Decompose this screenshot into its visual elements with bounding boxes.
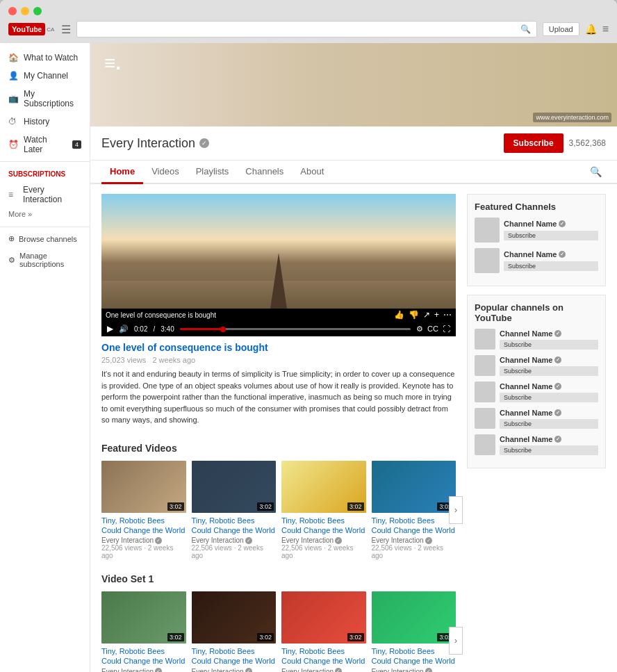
video-card-title-3[interactable]: Tiny, Robotic Bees Could Change the Worl… xyxy=(281,516,366,536)
video-card-title-2[interactable]: Tiny, Robotic Bees Could Change the Worl… xyxy=(192,516,277,536)
pop-thumb-5 xyxy=(475,434,495,455)
minimize-button[interactable] xyxy=(21,7,29,15)
video-card-meta-2: 22,506 views · 2 weeks ago xyxy=(192,544,277,559)
video-player-inner: One level of consequence is bought 👍 👎 ↗… xyxy=(101,194,456,336)
set1-next-button[interactable]: › xyxy=(449,627,463,655)
popular-channel-1: Channel Name ✓ Subscribe xyxy=(475,329,598,350)
sidebar-item-every-interaction[interactable]: ≡ Every Interaction xyxy=(0,181,90,208)
video-card-title-4[interactable]: Tiny, Robotic Bees Could Change the Worl… xyxy=(372,516,456,536)
video-card-1[interactable]: 3:02 Tiny, Robotic Bees Could Change the… xyxy=(101,461,186,560)
pop-subscribe-1[interactable]: Subscribe xyxy=(500,340,598,350)
dislike-icon[interactable]: 👎 xyxy=(409,310,419,320)
pop-name-5: Channel Name ✓ xyxy=(500,435,598,443)
video-set1-card-3[interactable]: 3:02 Tiny, Robotic Bees Could Change the… xyxy=(281,591,366,672)
volume-icon[interactable]: 🔊 xyxy=(119,325,129,334)
nav-tab-playlists[interactable]: Playlists xyxy=(188,161,238,184)
youtube-logo-icon: YouTube xyxy=(8,23,45,35)
upload-button[interactable]: Upload xyxy=(543,22,579,36)
fullscreen-icon[interactable]: ⛶ xyxy=(443,325,450,333)
maximize-button[interactable] xyxy=(33,7,42,15)
video-title-bar-text: One level of consequence is bought xyxy=(106,311,216,319)
video-thumb-3: 3:02 xyxy=(281,461,366,513)
channel-banner-logo: ≡. xyxy=(104,54,121,73)
video-set1-channel-3: Every Interaction ✓ xyxy=(281,668,366,672)
nav-tab-videos[interactable]: Videos xyxy=(143,161,188,184)
video-thumb-4: 3:02 xyxy=(372,461,456,513)
video-set1-title-2[interactable]: Tiny, Robotic Bees Could Change the Worl… xyxy=(192,646,277,666)
nav-tab-about[interactable]: About xyxy=(292,161,332,184)
cc-icon[interactable]: CC xyxy=(427,325,438,333)
sidebar-item-watch-later[interactable]: ⏰ Watch Later 4 xyxy=(0,131,90,158)
video-set1-title-3[interactable]: Tiny, Robotic Bees Could Change the Worl… xyxy=(281,646,366,666)
save-icon[interactable]: + xyxy=(434,310,439,320)
close-button[interactable] xyxy=(8,7,17,15)
subscribe-button[interactable]: Subscribe xyxy=(504,133,563,153)
video-set1-card-4[interactable]: 3:02 Tiny, Robotic Bees Could Change the… xyxy=(372,591,456,672)
pop-thumb-1 xyxy=(475,329,495,350)
pop-subscribe-3[interactable]: Subscribe xyxy=(500,393,598,402)
main-video-section: One level of consequence is bought 👍 👎 ↗… xyxy=(101,194,456,672)
featured-video-title[interactable]: One level of consequence is bought xyxy=(101,342,268,353)
video-card-title-1[interactable]: Tiny, Robotic Bees Could Change the Worl… xyxy=(101,516,186,536)
pop-verified-4: ✓ xyxy=(554,409,561,416)
video-card-3[interactable]: 3:02 Tiny, Robotic Bees Could Change the… xyxy=(281,461,366,560)
video-set1-title-1[interactable]: Tiny, Robotic Bees Could Change the Worl… xyxy=(101,646,186,666)
sidebar-item-subscriptions[interactable]: 📺 My Subscriptions xyxy=(0,85,90,113)
set1-verified-4: ✓ xyxy=(425,668,432,672)
banner-url-text: www.everyinteraction.com xyxy=(536,114,609,121)
play-button[interactable]: ▶ xyxy=(107,324,113,334)
channel-search-icon[interactable]: 🔍 xyxy=(586,162,606,181)
account-icon[interactable]: ≡ xyxy=(602,23,609,35)
pop-verified-2: ✓ xyxy=(554,357,561,363)
subscribe-section: Subscribe 3,562,368 xyxy=(504,133,606,153)
sidebar-more-button[interactable]: More » xyxy=(0,208,90,224)
verified-icon-1: ✓ xyxy=(155,537,162,544)
featured-channel-thumb-1 xyxy=(475,218,500,243)
video-card-meta-3: 22,506 views · 2 weeks ago xyxy=(281,544,366,559)
sidebar-item-history[interactable]: ⏱ History xyxy=(0,113,90,131)
pop-subscribe-4[interactable]: Subscribe xyxy=(500,419,598,429)
window-controls xyxy=(8,7,609,15)
video-thumbnail-main[interactable] xyxy=(101,194,456,309)
more-icon[interactable]: ⋯ xyxy=(443,310,452,320)
video-set1-title-4[interactable]: Tiny, Robotic Bees Could Change the Worl… xyxy=(372,646,456,666)
pop-info-4: Channel Name ✓ Subscribe xyxy=(500,409,598,429)
video-set1-duration-1: 3:02 xyxy=(167,633,184,641)
nav-tab-home[interactable]: Home xyxy=(101,161,143,184)
video-set1-card-2[interactable]: 3:02 Tiny, Robotic Bees Could Change the… xyxy=(192,591,277,672)
featured-next-button[interactable]: › xyxy=(449,496,463,524)
pop-subscribe-5[interactable]: Subscribe xyxy=(500,445,598,455)
subscriptions-section-title: SUBSCRIPTIONS xyxy=(0,165,90,181)
share-icon[interactable]: ↗ xyxy=(423,310,430,320)
featured-channels-title: Featured Channels xyxy=(475,202,598,212)
pop-verified-1: ✓ xyxy=(554,330,561,337)
hamburger-icon[interactable]: ☰ xyxy=(61,23,71,36)
sidebar-manage-subscriptions[interactable]: ⚙ Manage subscriptions xyxy=(0,247,90,272)
search-icon[interactable]: 🔍 xyxy=(520,24,531,34)
video-set1-card-1[interactable]: 3:02 Tiny, Robotic Bees Could Change the… xyxy=(101,591,186,672)
channel-banner-url: www.everyinteraction.com xyxy=(533,113,611,122)
settings-icon[interactable]: ⚙ xyxy=(416,325,423,334)
video-card-4[interactable]: 3:02 Tiny, Robotic Bees Could Change the… xyxy=(372,461,456,560)
video-set1-info-3: Tiny, Robotic Bees Could Change the Worl… xyxy=(281,646,366,672)
video-card-2[interactable]: 3:02 Tiny, Robotic Bees Could Change the… xyxy=(192,461,277,560)
featured-subscribe-1[interactable]: Subscribe xyxy=(504,231,598,240)
sidebar-item-my-channel[interactable]: 👤 My Channel xyxy=(0,67,90,85)
progress-bar[interactable] xyxy=(180,328,411,330)
featured-channel-thumb-2 xyxy=(475,248,500,273)
pop-subscribe-2[interactable]: Subscribe xyxy=(500,366,598,376)
nav-tab-channels[interactable]: Channels xyxy=(237,161,292,184)
like-icon[interactable]: 👍 xyxy=(394,310,404,320)
sidebar-item-what-to-watch[interactable]: 🏠 What to Watch xyxy=(0,49,90,67)
featured-channel-name-1: Channel Name ✓ xyxy=(504,220,598,228)
channel-icon: ≡ xyxy=(8,190,17,199)
sidebar: 🏠 What to Watch 👤 My Channel 📺 My Subscr… xyxy=(0,43,90,672)
channel-banner-image: ≡. www.everyinteraction.com xyxy=(90,43,617,126)
featured-subscribe-2[interactable]: Subscribe xyxy=(504,261,598,271)
video-set1-info-1: Tiny, Robotic Bees Could Change the Worl… xyxy=(101,646,186,672)
video-duration-2: 3:02 xyxy=(257,502,274,511)
bell-icon[interactable]: 🔔 xyxy=(585,24,597,35)
address-bar[interactable]: 🔍 xyxy=(76,21,537,38)
sidebar-browse-channels[interactable]: ⊕ Browse channels xyxy=(0,230,90,247)
time-current: 0:02 xyxy=(134,325,147,333)
